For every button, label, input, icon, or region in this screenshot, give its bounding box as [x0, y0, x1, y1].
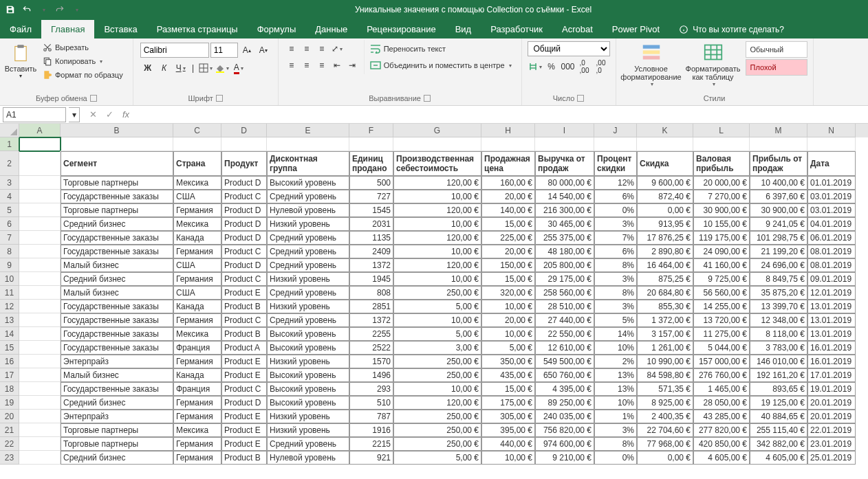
data-cell[interactable]	[393, 137, 481, 151]
data-cell[interactable]: Германия	[173, 245, 221, 258]
data-cell[interactable]: 1496	[349, 368, 393, 382]
data-cell[interactable]: 6%	[594, 190, 637, 203]
data-cell[interactable]: 12.01.2019	[807, 286, 856, 300]
data-cell[interactable]: Государственные заказы	[61, 231, 173, 245]
data-cell[interactable]: Product E	[221, 437, 267, 451]
data-cell[interactable]: 20,00 €	[481, 245, 535, 258]
row-header[interactable]: 23	[0, 451, 19, 465]
row-header[interactable]: 12	[0, 300, 19, 313]
data-cell[interactable]: Государственные заказы	[61, 313, 173, 327]
bold-button[interactable]: Ж	[140, 60, 155, 76]
data-cell[interactable]: 3%	[594, 300, 637, 313]
col-header-A[interactable]: A	[19, 124, 61, 137]
data-cell[interactable]: Средний уровень	[267, 437, 349, 451]
data-cell[interactable]	[19, 286, 61, 300]
data-cell[interactable]: 77 968,00 €	[637, 437, 693, 451]
data-cell[interactable]: 5,00 €	[393, 451, 481, 465]
data-cell[interactable]: 250,00 €	[393, 437, 481, 451]
data-cell[interactable]: 0,00 €	[637, 203, 693, 217]
data-cell[interactable]: 1%	[594, 410, 637, 423]
data-cell[interactable]	[19, 355, 61, 368]
data-cell[interactable]	[19, 203, 61, 217]
fx-icon[interactable]: fx	[118, 107, 133, 122]
data-cell[interactable]	[807, 137, 856, 151]
data-cell[interactable]: 6 397,60 €	[750, 190, 807, 203]
data-cell[interactable]: Нулевой уровень	[267, 203, 349, 217]
data-cell[interactable]	[19, 396, 61, 410]
qat-customize[interactable]	[70, 3, 83, 16]
orientation-icon[interactable]: ⤢	[329, 41, 345, 56]
data-cell[interactable]: Высокий уровень	[267, 382, 349, 396]
data-cell[interactable]: 13.01.2019	[807, 313, 856, 327]
data-cell[interactable]: Низкий уровень	[267, 217, 349, 231]
col-header-B[interactable]: B	[61, 124, 173, 137]
data-cell[interactable]: 5 044,00 €	[693, 341, 750, 355]
data-cell[interactable]: 1135	[349, 231, 393, 245]
data-cell[interactable]: 120,00 €	[393, 396, 481, 410]
col-header-L[interactable]: L	[693, 124, 750, 137]
data-cell[interactable]: Средний уровень	[267, 286, 349, 300]
data-cell[interactable]: 0%	[594, 203, 637, 217]
data-cell[interactable]: Малый бизнес	[61, 368, 173, 382]
header-cell[interactable]: Дисконтная группа	[267, 151, 349, 176]
shrink-font-icon[interactable]: A▾	[256, 43, 271, 58]
tab-acrobat[interactable]: Acrobat	[552, 20, 603, 38]
data-cell[interactable]: 10 990,00 €	[637, 355, 693, 368]
tab-view[interactable]: Вид	[446, 20, 481, 38]
data-cell[interactable]: Product E	[221, 423, 267, 437]
data-cell[interactable]: 120,00 €	[393, 258, 481, 272]
data-cell[interactable]: 4 395,00 €	[535, 382, 594, 396]
data-cell[interactable]: 913,95 €	[637, 217, 693, 231]
data-cell[interactable]: 101 298,75 €	[750, 231, 807, 245]
tab-file[interactable]: Файл	[0, 20, 41, 38]
header-cell[interactable]: Дата	[807, 151, 856, 176]
data-cell[interactable]: 13 399,70 €	[750, 300, 807, 313]
data-cell[interactable]: 41 160,00 €	[693, 258, 750, 272]
data-cell[interactable]: 2215	[349, 437, 393, 451]
data-cell[interactable]: 08.01.2019	[807, 245, 856, 258]
data-cell[interactable]: Германия	[173, 451, 221, 465]
name-box[interactable]: A1	[3, 107, 66, 122]
conditional-formatting-button[interactable]: Условное форматирование	[620, 40, 682, 90]
data-cell[interactable]: 756 820,00 €	[535, 423, 594, 437]
data-cell[interactable]: Малый бизнес	[61, 258, 173, 272]
align-right-icon[interactable]: ≡	[314, 58, 329, 73]
col-header-F[interactable]: F	[349, 124, 393, 137]
data-cell[interactable]: 1 372,00 €	[637, 313, 693, 327]
data-cell[interactable]	[19, 245, 61, 258]
align-middle-icon[interactable]: ≡	[299, 41, 314, 56]
data-cell[interactable]: 9 725,00 €	[693, 272, 750, 286]
data-cell[interactable]: 5,00 €	[393, 300, 481, 313]
data-cell[interactable]: Средний бизнес	[61, 272, 173, 286]
data-cell[interactable]: 10,00 €	[393, 190, 481, 203]
data-cell[interactable]: Мексика	[173, 423, 221, 437]
data-cell[interactable]	[19, 258, 61, 272]
data-cell[interactable]: Германия	[173, 410, 221, 423]
data-cell[interactable]: 1916	[349, 423, 393, 437]
enter-formula-icon[interactable]: ✓	[102, 107, 117, 122]
data-cell[interactable]: 10,00 €	[481, 327, 535, 341]
data-cell[interactable]: 872,40 €	[637, 190, 693, 203]
data-cell[interactable]: Малый бизнес	[61, 286, 173, 300]
data-cell[interactable]: 240 035,00 €	[535, 410, 594, 423]
header-cell[interactable]: Страна	[173, 151, 221, 176]
data-cell[interactable]: Канада	[173, 300, 221, 313]
data-cell[interactable]: 22 550,00 €	[535, 327, 594, 341]
data-cell[interactable]: 293	[349, 382, 393, 396]
font-size-input[interactable]	[210, 43, 238, 58]
data-cell[interactable]	[535, 137, 594, 151]
data-cell[interactable]: 1 261,00 €	[637, 341, 693, 355]
data-cell[interactable]: 01.01.2019	[807, 176, 856, 190]
data-cell[interactable]: Низкий уровень	[267, 300, 349, 313]
row-header[interactable]: 17	[0, 368, 19, 382]
data-cell[interactable]: Product A	[221, 341, 267, 355]
data-cell[interactable]: Торговые партнеры	[61, 176, 173, 190]
decrease-indent-icon[interactable]: ⇤	[329, 58, 345, 73]
data-cell[interactable]: Канада	[173, 368, 221, 382]
data-cell[interactable]: США	[173, 190, 221, 203]
data-cell[interactable]: США	[173, 258, 221, 272]
underline-button[interactable]: Ч	[173, 60, 188, 76]
data-cell[interactable]	[594, 137, 637, 151]
data-cell[interactable]: 10,00 €	[393, 217, 481, 231]
data-cell[interactable]: Государственные заказы	[61, 382, 173, 396]
